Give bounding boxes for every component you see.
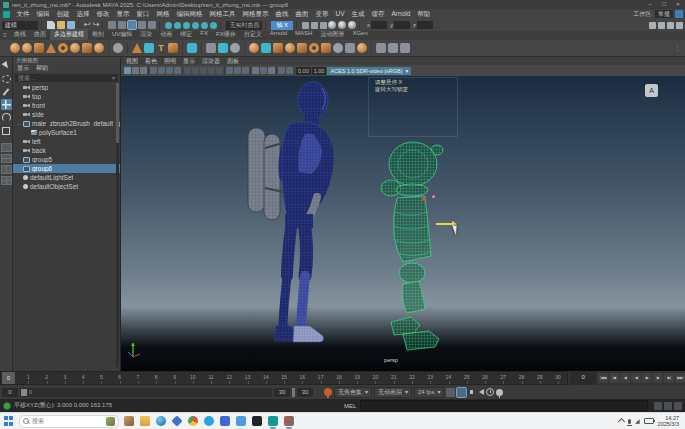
history-icon[interactable]	[302, 22, 309, 29]
tool-icon[interactable]	[1, 125, 12, 136]
playback-button[interactable]: |◀	[609, 373, 619, 383]
shelf-tab[interactable]: 曲面	[30, 29, 50, 40]
outliner-item[interactable]: persp	[13, 83, 120, 92]
menu-item[interactable]: 曲线	[272, 10, 292, 17]
coord-x-input[interactable]	[371, 21, 387, 29]
manipulator-pivot-point[interactable]	[432, 195, 435, 198]
mel-toggle[interactable]: MEL	[344, 403, 356, 409]
menu-item[interactable]: 窗口	[133, 10, 153, 17]
search-filter-caret-icon[interactable]: ▾	[112, 74, 115, 82]
playback-button[interactable]: ◀	[620, 373, 630, 383]
loop-mode-icon[interactable]	[446, 388, 455, 397]
scrollbar-thumb[interactable]	[116, 83, 119, 143]
viewport-toolbar-icon[interactable]	[252, 67, 259, 74]
viewport-toolbar-icon[interactable]	[286, 67, 293, 74]
current-frame-field[interactable]: 0	[570, 371, 596, 385]
close-button[interactable]: ×	[671, 0, 685, 9]
menu-item[interactable]: Arnold	[388, 10, 414, 17]
selection-mask-icon[interactable]	[128, 21, 136, 29]
timeline-tick[interactable]: 5	[92, 372, 110, 384]
shelf-tool-icon[interactable]	[34, 43, 44, 53]
viewport-toolbar-icon[interactable]	[226, 67, 233, 74]
timeline-tick[interactable]: 19	[348, 372, 366, 384]
timeline-tick[interactable]: 7	[129, 372, 147, 384]
tool-icon[interactable]	[1, 86, 12, 97]
outliner-item[interactable]: defaultObjectSet	[13, 182, 120, 191]
viewport-toolbar-icon[interactable]	[250, 66, 251, 75]
timeline-tick[interactable]: 28	[512, 372, 530, 384]
shelf-tool-icon[interactable]	[249, 43, 259, 53]
layout-side-pane-button[interactable]	[1, 165, 12, 174]
shelf-tab[interactable]: 多边形建模	[50, 29, 88, 40]
selected-green-model[interactable]	[373, 134, 493, 354]
taskbar-app-icon[interactable]	[156, 416, 166, 426]
mel-input-field[interactable]	[360, 400, 648, 411]
tool-icon[interactable]	[1, 112, 12, 123]
colorspace-dropdown[interactable]: ACES 1.0 SDR-video (sRGB) ▾	[327, 67, 411, 75]
shelf-tab[interactable]: 绑定	[176, 29, 196, 40]
timeline-tick[interactable]: 21	[385, 372, 403, 384]
menu-item[interactable]: 变形	[312, 10, 332, 17]
taskbar-search[interactable]: 搜索	[19, 415, 119, 428]
shelf-tool-icon[interactable]	[22, 43, 32, 53]
menu-item[interactable]: 网格	[153, 10, 173, 17]
menu-item[interactable]: 编辑	[33, 10, 53, 17]
timeline-tick[interactable]: 2	[38, 372, 56, 384]
tool-icon[interactable]	[1, 60, 12, 71]
viewport-toolbar-icon[interactable]	[158, 67, 165, 74]
playback-button[interactable]: |◀◀	[598, 373, 608, 383]
expand-toggle[interactable]: -	[16, 121, 21, 127]
menu-item[interactable]: 帮助	[414, 10, 434, 17]
viewport-toolbar-icon[interactable]	[148, 66, 149, 75]
timeline-tick[interactable]: 11	[202, 372, 220, 384]
outliner-item[interactable]: top	[13, 92, 120, 101]
menu-item[interactable]: 生成	[348, 10, 368, 17]
gamma-field[interactable]: 1.00	[312, 67, 327, 75]
shelf-tab[interactable]: FX	[196, 29, 212, 40]
shelf-tool-icon[interactable]	[108, 42, 109, 54]
outliner-item[interactable]: left	[13, 137, 120, 146]
shelf-tab[interactable]: 动画	[156, 29, 176, 40]
timeline-tick[interactable]: 15	[275, 372, 293, 384]
snap-icon[interactable]	[201, 22, 208, 29]
clock[interactable]: 14:27 2025/3/3	[658, 415, 679, 428]
shelf-overflow-icon[interactable]: ⋮	[674, 44, 681, 52]
mute-speaker-icon[interactable]	[479, 389, 484, 395]
viewport-toolbar-icon[interactable]	[208, 67, 215, 74]
outliner-item[interactable]: polySurface1	[13, 128, 120, 137]
shelf-tool-icon[interactable]	[309, 43, 319, 53]
shelf-tool-icon[interactable]	[206, 43, 216, 53]
timeline-tick[interactable]: 1	[19, 372, 37, 384]
viewport-toolbar-icon[interactable]	[276, 66, 277, 75]
menu-item[interactable]: 缓存	[368, 10, 388, 17]
viewport-toolbar-icon[interactable]	[192, 67, 199, 74]
taskbar-app-icon[interactable]	[124, 416, 134, 426]
outliner-item[interactable]: group5	[13, 155, 120, 164]
layout-single-button[interactable]	[1, 143, 12, 152]
shelf-tool-icon[interactable]	[46, 43, 56, 53]
menu-item[interactable]: 网格工具	[206, 10, 239, 17]
shelf-tool-icon[interactable]	[244, 42, 245, 54]
timeline-tick[interactable]: 3	[56, 372, 74, 384]
shelf-tool-icon[interactable]	[285, 43, 295, 53]
timeline-tick[interactable]: 12	[220, 372, 238, 384]
shelf-tool-icon[interactable]	[127, 42, 128, 54]
menu-item[interactable]: 显示	[113, 10, 133, 17]
battery-icon[interactable]	[644, 418, 654, 424]
viewport-toolbar-icon[interactable]	[224, 66, 225, 75]
timeline-tick[interactable]: 10	[184, 372, 202, 384]
start-button[interactable]	[4, 416, 14, 426]
viewport-toolbar-icon[interactable]	[268, 67, 275, 74]
shelf-tool-icon[interactable]	[156, 43, 166, 53]
shelf-tool-icon[interactable]	[58, 43, 68, 53]
menu-item[interactable]: UV	[332, 10, 348, 17]
shelf-tab[interactable]: UV编辑	[108, 29, 136, 40]
minimize-button[interactable]: –	[643, 0, 657, 9]
range-handle[interactable]	[21, 389, 27, 396]
timeline-tick[interactable]: 24	[439, 372, 457, 384]
selection-mask-icon[interactable]	[108, 21, 116, 29]
outliner-item[interactable]: side	[13, 110, 120, 119]
timeline-tick[interactable]: 13	[238, 372, 256, 384]
timeline-tick[interactable]: 25	[458, 372, 476, 384]
shelf-tool-icon[interactable]	[187, 43, 197, 53]
